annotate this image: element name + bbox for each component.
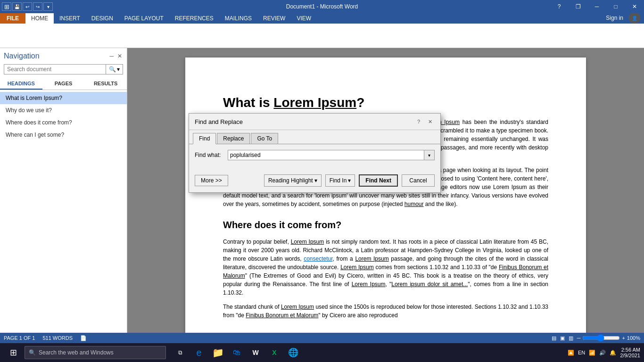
customize-icon[interactable]: ▾ bbox=[43, 2, 53, 11]
section2-title: Where does it come from? bbox=[223, 218, 548, 232]
dialog-footer-left: More >> bbox=[195, 175, 228, 186]
search-arrow-icon: ▾ bbox=[117, 66, 120, 73]
dialog-tab-find[interactable]: Find bbox=[193, 133, 216, 144]
heading-item-where-get[interactable]: Where can I get some? bbox=[0, 129, 127, 141]
excel-icon[interactable]: X bbox=[266, 344, 283, 361]
humour-word: humour bbox=[405, 201, 424, 207]
section2-para1: Contrary to popular belief, Lorem Ipsum … bbox=[223, 238, 548, 297]
finibus-ref2: Finibus Bonorum et Malorum bbox=[246, 312, 318, 319]
sign-in-link[interactable]: Sign in bbox=[602, 14, 627, 22]
title-bar-icons: ⊞ 💾 ↩ ↪ ▾ bbox=[2, 2, 53, 11]
tab-page-layout[interactable]: PAGE LAYOUT bbox=[119, 13, 169, 24]
consectetur-link[interactable]: consectetur bbox=[304, 255, 332, 262]
taskbar-search[interactable]: 🔍 Search the web and Windows bbox=[25, 346, 166, 359]
search-dropdown-btn[interactable]: 🔍 ▾ bbox=[106, 65, 123, 74]
maximize-btn[interactable]: □ bbox=[606, 0, 625, 13]
more-btn[interactable]: More >> bbox=[195, 175, 228, 186]
heading-item-why[interactable]: Why do we use it? bbox=[0, 104, 127, 116]
search-input[interactable] bbox=[4, 65, 106, 74]
time-display: 2:56 AM bbox=[620, 347, 640, 353]
dialog-titlebar: Find and Replace ? ✕ bbox=[189, 114, 440, 130]
tab-design[interactable]: DESIGN bbox=[86, 13, 119, 24]
edge-icon[interactable]: e bbox=[190, 344, 207, 361]
tab-review[interactable]: REVIEW bbox=[257, 13, 291, 24]
main-area: Navigation ─ ✕ 🔍 ▾ HEADINGS PAGES RESULT… bbox=[0, 48, 644, 343]
title-bar-left: ⊞ 💾 ↩ ↪ ▾ bbox=[0, 2, 53, 11]
chrome-icon[interactable]: 🌐 bbox=[285, 344, 302, 361]
redo-icon[interactable]: ↪ bbox=[33, 2, 42, 11]
word-icon[interactable]: W bbox=[247, 344, 264, 361]
tab-insert[interactable]: INSERT bbox=[54, 13, 86, 24]
view-icon[interactable]: ▥ bbox=[569, 335, 573, 341]
notification-icon[interactable]: 🔼 bbox=[568, 350, 574, 356]
start-button[interactable]: ⊞ bbox=[4, 344, 23, 361]
lorem-ipsum-ref6: Lorem Ipsum bbox=[352, 281, 386, 288]
sidebar-pin-btn[interactable]: ─ bbox=[108, 52, 115, 60]
title-bar: ⊞ 💾 ↩ ↪ ▾ Document1 - Microsoft Word ? ❐… bbox=[0, 0, 644, 13]
restore-btn[interactable]: ❐ bbox=[569, 0, 587, 13]
help-btn[interactable]: ? bbox=[550, 0, 569, 13]
search-box: 🔍 ▾ bbox=[4, 64, 123, 74]
save-icon[interactable]: 💾 bbox=[12, 2, 22, 11]
finibus-ref: Finibus Bonorum et Malorum bbox=[223, 264, 548, 279]
taskbar-apps: ⧉ e 📁 🛍 W X 🌐 bbox=[172, 344, 302, 361]
status-bar: PAGE 1 OF 1 511 WORDS 📄 ▤ ▣ ▥ ─ + 100% bbox=[0, 333, 644, 343]
find-in-btn[interactable]: Find In ▾ bbox=[325, 174, 355, 187]
lorem-ipsum-quote: Lorem ipsum dolor sit amet... bbox=[391, 281, 468, 288]
dialog-help-btn[interactable]: ? bbox=[414, 117, 423, 126]
find-replace-dialog[interactable]: Find and Replace ? ✕ Find Replace Go To … bbox=[189, 113, 441, 193]
explorer-icon[interactable]: 📁 bbox=[209, 344, 226, 361]
zoom-out-btn[interactable]: ─ bbox=[577, 335, 581, 341]
sidebar-title: Navigation bbox=[4, 52, 40, 60]
cancel-btn[interactable]: Cancel bbox=[402, 174, 435, 187]
reading-highlight-arrow: ▾ bbox=[314, 177, 317, 184]
heading-item-lorem[interactable]: What is Lorem Ipsum? bbox=[0, 92, 127, 104]
wifi-icon[interactable]: 📶 bbox=[589, 350, 595, 356]
tab-headings[interactable]: HEADINGS bbox=[0, 78, 42, 90]
sidebar-close-btn[interactable]: ✕ bbox=[116, 52, 123, 60]
sidebar-header: Navigation ─ ✕ bbox=[0, 48, 127, 62]
task-view-btn[interactable]: ⧉ bbox=[172, 344, 189, 361]
ribbon-right: Sign in 👤 bbox=[602, 12, 644, 24]
search-icon: 🔍 bbox=[109, 66, 116, 73]
reading-highlight-btn[interactable]: Reading Highlight ▾ bbox=[264, 174, 322, 187]
page-info: PAGE 1 OF 1 bbox=[4, 335, 35, 341]
volume-icon[interactable]: 🔊 bbox=[599, 350, 606, 356]
windows-icon[interactable]: ⊞ bbox=[2, 2, 11, 11]
layout-icon[interactable]: ▤ bbox=[552, 335, 556, 341]
notification-bell[interactable]: 🔔 bbox=[610, 350, 616, 356]
find-dropdown-btn[interactable]: ▾ bbox=[424, 150, 435, 160]
document-area[interactable]: What is Lorem Ipsum? Lorem Ipsum is simp… bbox=[127, 48, 644, 343]
find-input[interactable] bbox=[228, 150, 424, 160]
undo-icon[interactable]: ↩ bbox=[23, 2, 32, 11]
find-next-btn[interactable]: Find Next bbox=[359, 174, 398, 187]
lorem-ipsum-ref3: Lorem Ipsum bbox=[291, 239, 324, 245]
tab-view[interactable]: VIEW bbox=[291, 13, 317, 24]
title-bar-right: ? ❐ ─ □ ✕ bbox=[550, 0, 644, 13]
print-icon[interactable]: ▣ bbox=[560, 335, 565, 341]
tab-results[interactable]: RESULTS bbox=[84, 78, 127, 90]
tab-file[interactable]: FILE bbox=[0, 13, 25, 24]
tab-references[interactable]: REFERENCES bbox=[169, 13, 219, 24]
taskbar-time[interactable]: 2:56 AM 2/9/2021 bbox=[620, 347, 640, 358]
dialog-tabs: Find Replace Go To bbox=[189, 130, 440, 144]
ribbon-content bbox=[0, 24, 644, 48]
tab-mailings[interactable]: MAILINGS bbox=[219, 13, 257, 24]
zoom-slider[interactable] bbox=[582, 334, 620, 342]
date-display: 2/9/2021 bbox=[620, 353, 640, 358]
heading-item-where-from[interactable]: Where does it come from? bbox=[0, 116, 127, 129]
taskbar-search-text: Search the web and Windows bbox=[39, 349, 114, 356]
zoom-in-btn[interactable]: + bbox=[622, 335, 625, 341]
dialog-tab-replace[interactable]: Replace bbox=[217, 133, 250, 144]
store-icon[interactable]: 🛍 bbox=[228, 344, 245, 361]
dialog-close-btn[interactable]: ✕ bbox=[425, 117, 435, 126]
tab-pages[interactable]: PAGES bbox=[42, 78, 85, 90]
close-btn[interactable]: ✕ bbox=[625, 0, 644, 13]
doc-title: What is Lorem Ipsum? bbox=[223, 95, 548, 110]
document-page: What is Lorem Ipsum? Lorem Ipsum is simp… bbox=[185, 58, 586, 340]
section2-para2: The standard chunk of Lorem Ipsum used s… bbox=[223, 303, 548, 320]
dialog-tab-goto[interactable]: Go To bbox=[251, 133, 278, 144]
minimize-btn[interactable]: ─ bbox=[587, 0, 606, 13]
tab-home[interactable]: HOME bbox=[25, 13, 54, 24]
zoom-percent: 100% bbox=[627, 335, 640, 341]
